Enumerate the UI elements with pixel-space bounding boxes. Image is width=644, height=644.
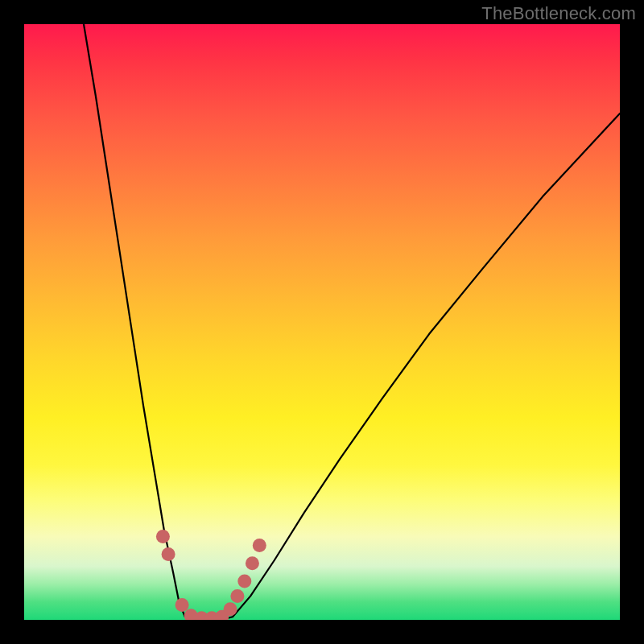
chart-frame: TheBottleneck.com [0,0,644,644]
highlight-dot [246,556,259,570]
highlight-dot [224,602,237,616]
highlight-dot [156,530,170,543]
bottleneck-curve [24,24,620,620]
highlight-dot [162,547,175,561]
plot-area [24,24,620,620]
highlight-dot [237,574,251,588]
highlight-dot [230,589,244,603]
highlight-dot [253,539,266,552]
highlight-dot [175,598,189,612]
watermark-text: TheBottleneck.com [481,3,636,24]
